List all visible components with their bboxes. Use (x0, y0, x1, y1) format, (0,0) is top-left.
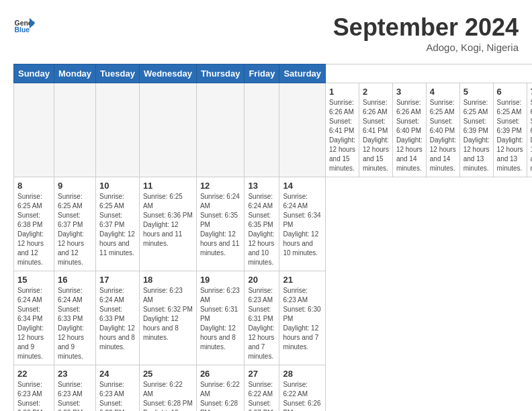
day-number: 20 (248, 275, 275, 285)
day-number: 8 (17, 181, 50, 191)
day-cell: 6Sunrise: 6:25 AMSunset: 6:39 PMDaylight… (493, 83, 527, 177)
day-cell: 23Sunrise: 6:23 AMSunset: 6:29 PMDayligh… (54, 365, 95, 412)
day-cell: 26Sunrise: 6:22 AMSunset: 6:28 PMDayligh… (196, 365, 245, 412)
day-info: Sunrise: 6:23 AMSunset: 6:29 PMDaylight:… (99, 380, 136, 411)
day-info: Sunrise: 6:22 AMSunset: 6:28 PMDaylight:… (143, 380, 193, 411)
day-number: 6 (497, 87, 523, 97)
day-cell: 8Sunrise: 6:25 AMSunset: 6:38 PMDaylight… (14, 177, 54, 271)
day-number: 12 (200, 181, 241, 191)
day-cell: 7Sunrise: 6:25 AMSunset: 6:38 PMDaylight… (527, 83, 532, 177)
day-info: Sunrise: 6:23 AMSunset: 6:31 PMDaylight:… (200, 286, 241, 352)
day-cell: 16Sunrise: 6:24 AMSunset: 6:33 PMDayligh… (54, 271, 95, 365)
day-number: 19 (200, 275, 241, 285)
day-info: Sunrise: 6:23 AMSunset: 6:30 PMDaylight:… (283, 286, 322, 352)
day-info: Sunrise: 6:22 AMSunset: 6:28 PMDaylight:… (200, 380, 241, 411)
day-info: Sunrise: 6:25 AMSunset: 6:39 PMDaylight:… (463, 98, 490, 173)
day-info: Sunrise: 6:24 AMSunset: 6:33 PMDaylight:… (99, 286, 136, 352)
day-cell: 15Sunrise: 6:24 AMSunset: 6:34 PMDayligh… (14, 271, 54, 365)
day-info: Sunrise: 6:23 AMSunset: 6:32 PMDaylight:… (143, 286, 193, 342)
day-info: Sunrise: 6:23 AMSunset: 6:29 PMDaylight:… (58, 380, 92, 411)
day-info: Sunrise: 6:22 AMSunset: 6:27 PMDaylight:… (248, 380, 275, 411)
day-number: 1 (329, 87, 355, 97)
day-cell (196, 83, 245, 177)
day-cell: 18Sunrise: 6:23 AMSunset: 6:32 PMDayligh… (139, 271, 196, 365)
day-number: 5 (463, 87, 490, 97)
day-cell (96, 83, 140, 177)
day-cell: 9Sunrise: 6:25 AMSunset: 6:37 PMDaylight… (54, 177, 95, 271)
day-info: Sunrise: 6:24 AMSunset: 6:34 PMDaylight:… (17, 286, 50, 361)
day-cell (279, 83, 326, 177)
day-number: 22 (17, 369, 50, 379)
day-info: Sunrise: 6:24 AMSunset: 6:35 PMDaylight:… (200, 192, 241, 258)
weekday-header-wednesday: Wednesday (139, 64, 196, 83)
day-number: 17 (99, 275, 136, 285)
day-cell: 11Sunrise: 6:25 AMSunset: 6:36 PMDayligh… (139, 177, 196, 271)
day-info: Sunrise: 6:24 AMSunset: 6:33 PMDaylight:… (58, 286, 92, 361)
weekday-header-row: SundayMondayTuesdayWednesdayThursdayFrid… (14, 64, 533, 83)
weekday-header-thursday: Thursday (196, 64, 245, 83)
page-header: General Blue September 2024 Adogo, Kogi,… (13, 13, 519, 53)
day-cell (54, 83, 95, 177)
day-info: Sunrise: 6:24 AMSunset: 6:35 PMDaylight:… (248, 192, 275, 267)
day-number: 3 (396, 87, 423, 97)
weekday-header-sunday: Sunday (14, 64, 54, 83)
day-cell: 17Sunrise: 6:24 AMSunset: 6:33 PMDayligh… (96, 271, 140, 365)
day-info: Sunrise: 6:25 AMSunset: 6:36 PMDaylight:… (143, 192, 193, 248)
day-number: 26 (200, 369, 241, 379)
day-cell: 5Sunrise: 6:25 AMSunset: 6:39 PMDaylight… (459, 83, 493, 177)
day-number: 2 (363, 87, 389, 97)
day-cell: 10Sunrise: 6:25 AMSunset: 6:37 PMDayligh… (96, 177, 140, 271)
day-number: 21 (283, 275, 322, 285)
weekday-header-saturday: Saturday (279, 64, 326, 83)
day-info: Sunrise: 6:25 AMSunset: 6:37 PMDaylight:… (99, 192, 136, 258)
day-info: Sunrise: 6:22 AMSunset: 6:26 PMDaylight:… (283, 380, 322, 411)
day-number: 9 (58, 181, 92, 191)
day-cell: 20Sunrise: 6:23 AMSunset: 6:31 PMDayligh… (245, 271, 279, 365)
day-number: 25 (143, 369, 193, 379)
day-number: 10 (99, 181, 136, 191)
day-info: Sunrise: 6:23 AMSunset: 6:31 PMDaylight:… (248, 286, 275, 361)
calendar-table: SundayMondayTuesdayWednesdayThursdayFrid… (13, 64, 532, 411)
logo-icon: General Blue (13, 13, 35, 35)
day-number: 16 (58, 275, 92, 285)
day-info: Sunrise: 6:26 AMSunset: 6:41 PMDaylight:… (363, 98, 389, 173)
day-cell: 4Sunrise: 6:25 AMSunset: 6:40 PMDaylight… (426, 83, 459, 177)
day-number: 23 (58, 369, 92, 379)
day-cell (139, 83, 196, 177)
day-info: Sunrise: 6:26 AMSunset: 6:40 PMDaylight:… (396, 98, 423, 173)
day-number: 11 (143, 181, 193, 191)
day-cell: 25Sunrise: 6:22 AMSunset: 6:28 PMDayligh… (139, 365, 196, 412)
weekday-header-friday: Friday (245, 64, 279, 83)
location: Adogo, Kogi, Nigeria (333, 42, 519, 53)
day-cell: 21Sunrise: 6:23 AMSunset: 6:30 PMDayligh… (279, 271, 326, 365)
day-cell: 1Sunrise: 6:26 AMSunset: 6:41 PMDaylight… (326, 83, 359, 177)
day-cell (14, 83, 54, 177)
day-cell: 12Sunrise: 6:24 AMSunset: 6:35 PMDayligh… (196, 177, 245, 271)
day-number: 14 (283, 181, 322, 191)
day-info: Sunrise: 6:24 AMSunset: 6:34 PMDaylight:… (283, 192, 322, 258)
day-cell: 2Sunrise: 6:26 AMSunset: 6:41 PMDaylight… (359, 83, 392, 177)
day-cell: 22Sunrise: 6:23 AMSunset: 6:30 PMDayligh… (14, 365, 54, 412)
day-info: Sunrise: 6:25 AMSunset: 6:37 PMDaylight:… (58, 192, 92, 267)
day-number: 24 (99, 369, 136, 379)
day-cell (245, 83, 279, 177)
day-number: 13 (248, 181, 275, 191)
week-row-0: 1Sunrise: 6:26 AMSunset: 6:41 PMDaylight… (14, 83, 533, 177)
day-info: Sunrise: 6:23 AMSunset: 6:30 PMDaylight:… (17, 380, 50, 411)
day-number: 4 (430, 87, 456, 97)
day-cell: 19Sunrise: 6:23 AMSunset: 6:31 PMDayligh… (196, 271, 245, 365)
week-row-2: 15Sunrise: 6:24 AMSunset: 6:34 PMDayligh… (14, 271, 533, 365)
svg-text:Blue: Blue (15, 26, 30, 34)
day-info: Sunrise: 6:25 AMSunset: 6:39 PMDaylight:… (497, 98, 523, 173)
day-cell: 24Sunrise: 6:23 AMSunset: 6:29 PMDayligh… (96, 365, 140, 412)
weekday-header-monday: Monday (54, 64, 95, 83)
week-row-1: 8Sunrise: 6:25 AMSunset: 6:38 PMDaylight… (14, 177, 533, 271)
day-number: 15 (17, 275, 50, 285)
logo: General Blue (13, 13, 35, 35)
day-cell: 3Sunrise: 6:26 AMSunset: 6:40 PMDaylight… (392, 83, 426, 177)
title-block: September 2024 Adogo, Kogi, Nigeria (333, 13, 519, 53)
month-title: September 2024 (333, 13, 519, 42)
day-info: Sunrise: 6:26 AMSunset: 6:41 PMDaylight:… (329, 98, 355, 173)
day-info: Sunrise: 6:25 AMSunset: 6:40 PMDaylight:… (430, 98, 456, 173)
day-number: 27 (248, 369, 275, 379)
